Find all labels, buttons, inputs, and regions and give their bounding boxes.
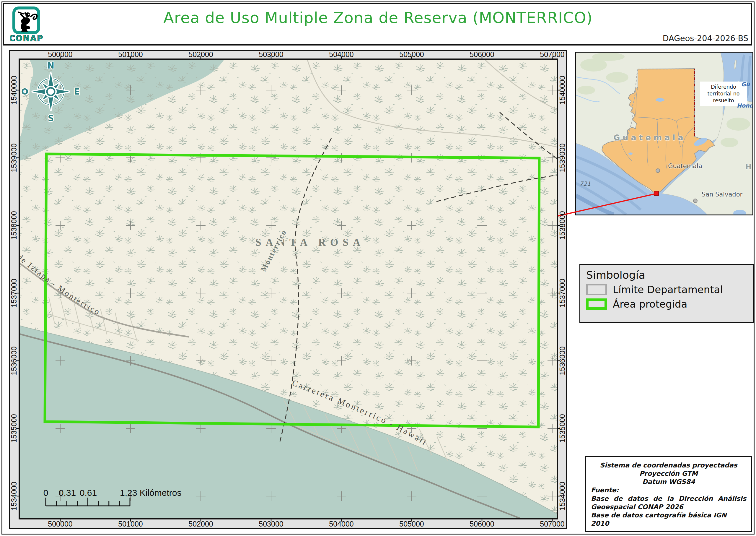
axis-label-x-bottom: 501000 — [110, 520, 151, 528]
axis-label-y-right: 1535000 — [558, 414, 567, 443]
credit-line: Base de datos de la Dirección Análisis G… — [591, 495, 746, 511]
inset-labels: Guatemala Guatemala San Salvador Diferen… — [576, 52, 752, 215]
document-id: DAGeos-204-2026-BS — [663, 34, 748, 43]
axis-label-x-bottom: 507000 — [532, 520, 573, 528]
axis-label-y-right: 1536000 — [558, 346, 567, 375]
credit-line: Fuente: — [591, 486, 746, 494]
credit-line: Datum WGS84 — [591, 478, 746, 486]
legend: Simbología Límite Departamental Área pro… — [580, 264, 754, 323]
axis-label-y-left: 1534000 — [10, 482, 18, 510]
axis-label-x-top: 507000 — [532, 50, 573, 59]
legend-item-protected: Área protegida — [586, 298, 753, 310]
axis-label-x-top: 502000 — [180, 50, 221, 59]
page-title: Area de Uso Multiple Zona de Reserva (MO… — [0, 9, 756, 27]
axis-label-y-right: 1540000 — [558, 76, 567, 104]
axis-label-x-bottom: 505000 — [391, 520, 432, 528]
axis-label-x-top: 506000 — [461, 50, 503, 59]
axis-label-y-left: 1539000 — [10, 143, 18, 172]
legend-item-departmental: Límite Departamental — [586, 284, 753, 295]
axis-label-x-bottom: 502000 — [180, 520, 221, 528]
axis-label-x-top: 505000 — [391, 50, 432, 59]
axis-label-y-right: 1538000 — [558, 211, 567, 240]
axis-label-y-left: 1540000 — [10, 76, 18, 104]
legend-item-label: Límite Departamental — [613, 284, 723, 295]
credit-line: Base de datos cartografía básica IGN 201… — [591, 511, 746, 528]
country-label: Guatemala — [602, 133, 697, 142]
axis-label-x-top: 501000 — [110, 50, 151, 59]
axis-label-y-left: 1538000 — [10, 211, 18, 240]
gulf-label-fragment: Gu — [741, 81, 750, 87]
protected-swatch-icon — [586, 298, 607, 310]
main-map-frame — [9, 50, 567, 529]
san-salvador-label: San Salvador — [694, 191, 750, 198]
axis-label-y-left: 1535000 — [10, 414, 18, 443]
credits: Sistema de coordenadas proyectadas Proye… — [585, 456, 752, 532]
axis-label-y-right: 1534000 — [558, 482, 567, 510]
axis-label-x-top: 503000 — [250, 50, 292, 59]
depth-label: 721 — [580, 180, 591, 187]
legend-title: Simbología — [586, 269, 753, 281]
axis-label-y-right: 1537000 — [558, 279, 567, 307]
credit-line: Proyección GTM — [591, 470, 746, 478]
axis-label-x-bottom: 503000 — [250, 520, 292, 528]
axis-label-y-left: 1536000 — [10, 346, 18, 375]
honduras-label-fragment: Ho — [745, 162, 752, 171]
map-document-page: CONAP Area de Uso Multiple Zona de Reser… — [0, 0, 756, 536]
departmental-swatch-icon — [586, 284, 607, 295]
axis-label-y-left: 1537000 — [10, 279, 18, 307]
logo-text: CONAP — [10, 34, 43, 43]
legend-item-label: Área protegida — [613, 298, 687, 310]
axis-label-x-bottom: 504000 — [321, 520, 362, 528]
capital-label: Guatemala — [662, 162, 709, 170]
axis-label-x-bottom: 506000 — [461, 520, 503, 528]
credit-line: Sistema de coordenadas proyectadas — [591, 461, 746, 470]
axis-label-x-top: 504000 — [321, 50, 362, 59]
axis-label-x-top: 500000 — [40, 50, 81, 59]
capital-dot — [656, 168, 660, 173]
honduras-gulf-fragment: Hond — [737, 102, 752, 109]
san-salvador-dot — [693, 199, 698, 203]
axis-label-x-bottom: 500000 — [40, 520, 81, 528]
axis-label-y-right: 1539000 — [558, 143, 567, 172]
